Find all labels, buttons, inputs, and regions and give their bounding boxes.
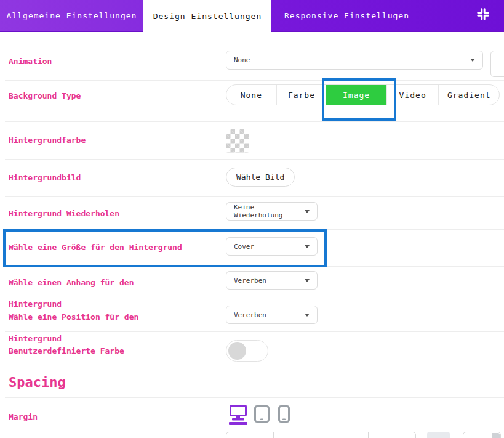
background-repeat-select[interactable]: Keine Wiederholung (226, 202, 318, 221)
background-attachment-label: Wähle einen Anhang für den (9, 278, 134, 287)
background-color-swatch[interactable] (226, 129, 249, 153)
divider (5, 229, 504, 230)
background-position-label: Wähle eine Position für den (9, 312, 138, 322)
margin-values-input-group (226, 432, 416, 438)
chevron-down-icon (305, 279, 310, 282)
background-size-select[interactable]: Cover (226, 237, 318, 256)
desktop-icon[interactable] (230, 405, 247, 423)
choose-image-button[interactable]: Wähle Bild (226, 168, 295, 187)
background-type-option-gradient[interactable]: Gradient (438, 85, 499, 105)
background-position-label-wrap: Hintergrund (9, 334, 62, 343)
background-attachment-value: Vererben (234, 277, 266, 285)
margin-right-input[interactable] (273, 432, 321, 438)
background-attachment-select[interactable]: Vererben (226, 271, 318, 290)
background-type-option-video[interactable]: Video (386, 85, 439, 105)
animation-select-value: None (234, 56, 250, 64)
compress-icon[interactable] (476, 7, 490, 21)
background-repeat-value: Keine Wiederholung (234, 203, 300, 219)
margin-left-input[interactable] (368, 432, 415, 438)
background-position-value: Vererben (234, 311, 266, 319)
animation-label: Animation (9, 57, 52, 66)
custom-color-label: Benutzerdefinierte Farbe (9, 346, 124, 355)
divider (5, 121, 504, 122)
divider (5, 266, 504, 267)
tablet-icon[interactable] (254, 405, 270, 425)
background-position-select[interactable]: Vererben (226, 306, 318, 324)
spacing-section-title: Spacing (9, 375, 66, 390)
tab-responsive-einstellungen[interactable]: Responsive Einstellugen (271, 0, 422, 31)
chevron-down-icon (305, 314, 310, 317)
margin-bottom-input[interactable] (321, 432, 368, 438)
chevron-down-icon (305, 210, 310, 213)
tab-allgemeine-einstellungen[interactable]: Allgemeine Einstellungen (0, 0, 143, 31)
divider (5, 397, 504, 398)
margin-unit-input[interactable] (463, 432, 501, 438)
toggle-knob (228, 342, 246, 360)
margin-top-input[interactable] (226, 432, 273, 438)
background-type-label: Background Type (9, 91, 81, 100)
margin-link-values-button[interactable] (427, 432, 450, 438)
divider (5, 196, 504, 197)
background-color-label: Hintergrundfarbe (9, 136, 86, 145)
stepper-handle[interactable] (492, 433, 500, 438)
desktop-active-indicator (229, 422, 247, 425)
background-type-option-none[interactable]: None (226, 85, 276, 105)
tab-design-einstellungen[interactable]: Design Einstellungen (143, 0, 271, 32)
chevron-down-icon (305, 245, 310, 248)
divider (5, 159, 504, 160)
divider (5, 367, 504, 367)
custom-color-toggle[interactable] (226, 340, 268, 362)
divider (5, 331, 504, 332)
divider (5, 298, 504, 298)
chevron-down-icon (470, 59, 475, 62)
animation-select[interactable]: None (226, 51, 483, 70)
background-type-option-farbe[interactable]: Farbe (276, 85, 327, 105)
background-image-label: Hintergrundbild (9, 173, 81, 182)
background-type-option-image[interactable]: Image (326, 85, 386, 105)
background-type-button-group: None Farbe Image Video Gradient (226, 84, 500, 105)
background-size-value: Cover (234, 243, 254, 251)
background-size-label: Wähle eine Größe für den Hintergrund (9, 243, 182, 252)
margin-label: Margin (9, 412, 38, 421)
background-attachment-label-wrap: Hintergrund (9, 299, 62, 309)
animation-extra-control[interactable] (490, 51, 504, 77)
tab-bar: Allgemeine Einstellungen Design Einstell… (0, 0, 504, 32)
background-repeat-label: Hintergrund Wiederholen (9, 209, 119, 218)
mobile-icon[interactable] (278, 405, 290, 425)
settings-panel: Allgemeine Einstellungen Design Einstell… (0, 0, 504, 438)
divider (5, 80, 504, 81)
